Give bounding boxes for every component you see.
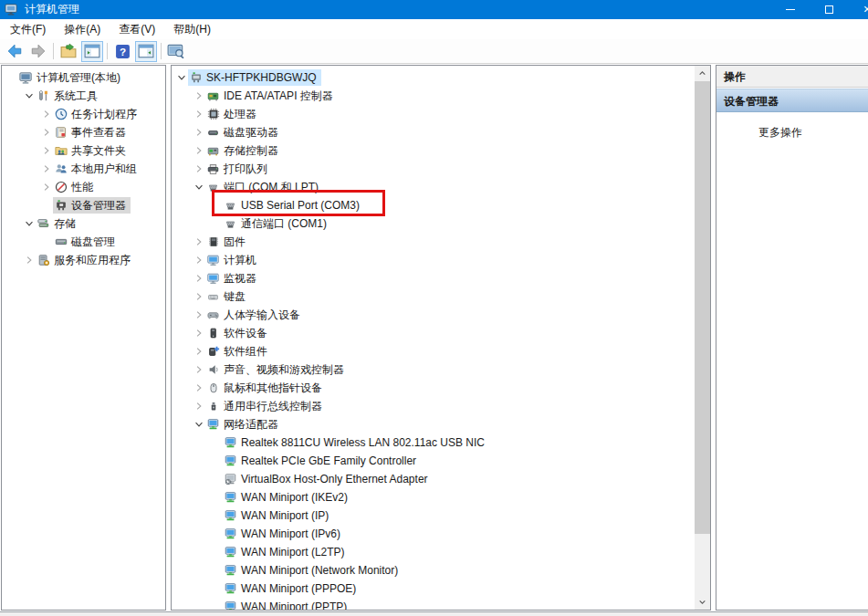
device-tree-item[interactable]: WAN Miniport (L2TP) bbox=[223, 544, 350, 560]
menu-action[interactable]: 操作(A) bbox=[55, 19, 110, 40]
device-tree-row[interactable]: 处理器 bbox=[172, 105, 710, 123]
chevron-down-icon[interactable] bbox=[193, 181, 205, 193]
device-tree-row[interactable]: 软件组件 bbox=[172, 342, 710, 360]
chevron-right-icon[interactable] bbox=[193, 126, 205, 139]
device-tree-row[interactable]: WAN Miniport (IKEv2) bbox=[172, 488, 710, 506]
vertical-scrollbar[interactable] bbox=[695, 66, 710, 610]
new-window-button[interactable] bbox=[165, 41, 187, 62]
chevron-down-icon[interactable] bbox=[175, 71, 188, 84]
device-tree-item[interactable]: WAN Miniport (PPTP) bbox=[223, 599, 351, 611]
device-tree-row[interactable]: 磁盘驱动器 bbox=[172, 123, 710, 141]
console-tree-item[interactable]: 服务和应用程序 bbox=[36, 252, 135, 268]
forward-arrow-button[interactable] bbox=[27, 41, 49, 62]
device-tree-row[interactable]: IDE ATA/ATAPI 控制器 bbox=[172, 87, 710, 105]
device-tree-item[interactable]: VirtualBox Host-Only Ethernet Adapter bbox=[223, 471, 433, 487]
device-tree-row[interactable]: Realtek 8811CU Wireless LAN 802.11ac USB… bbox=[172, 433, 710, 452]
chevron-down-icon[interactable] bbox=[193, 418, 205, 431]
console-tree-item[interactable]: 共享文件夹 bbox=[53, 142, 131, 159]
device-tree-row[interactable]: 通信端口 (COM1) bbox=[172, 214, 710, 233]
help-button[interactable]: ? bbox=[111, 41, 133, 62]
device-tree-row[interactable]: 键盘 bbox=[172, 287, 710, 306]
device-tree-item[interactable]: 键盘 bbox=[205, 288, 250, 305]
close-button[interactable]: ✕ bbox=[849, 0, 868, 19]
chevron-right-icon[interactable] bbox=[193, 381, 205, 394]
console-tree-item[interactable]: 本地用户和组 bbox=[53, 161, 141, 177]
device-tree-row[interactable]: WAN Miniport (IP) bbox=[172, 506, 710, 525]
menu-file[interactable]: 文件(F) bbox=[1, 19, 55, 40]
device-tree-row[interactable]: 打印队列 bbox=[172, 160, 710, 178]
device-tree-item[interactable]: WAN Miniport (IP) bbox=[223, 507, 333, 524]
menu-view[interactable]: 查看(V) bbox=[110, 19, 164, 40]
chevron-right-icon[interactable] bbox=[40, 126, 53, 139]
device-tree-item[interactable]: 人体学输入设备 bbox=[205, 307, 305, 323]
device-tree-item[interactable]: 磁盘驱动器 bbox=[205, 124, 283, 141]
device-tree-row[interactable]: 固件 bbox=[172, 233, 710, 251]
console-tree-item[interactable]: 磁盘管理 bbox=[53, 234, 120, 250]
console-tree-item[interactable]: 存储 bbox=[36, 215, 80, 232]
device-tree-item[interactable]: 鼠标和其他指针设备 bbox=[205, 380, 327, 396]
device-tree-item[interactable]: WAN Miniport (IKEv2) bbox=[223, 489, 352, 506]
device-tree-item[interactable]: 通用串行总线控制器 bbox=[205, 398, 327, 414]
chevron-down-icon[interactable] bbox=[23, 217, 36, 230]
chevron-right-icon[interactable] bbox=[40, 144, 53, 157]
device-tree-item[interactable]: 软件组件 bbox=[205, 343, 272, 360]
console-tree-item[interactable]: 任务计划程序 bbox=[53, 106, 141, 122]
console-tree-row[interactable]: 磁盘管理 bbox=[2, 233, 165, 251]
console-tree-item[interactable]: 事件查看器 bbox=[53, 124, 131, 141]
chevron-right-icon[interactable] bbox=[193, 345, 205, 358]
device-tree-item[interactable]: 网络适配器 bbox=[205, 416, 283, 433]
chevron-right-icon[interactable] bbox=[193, 89, 205, 102]
scroll-up-button[interactable] bbox=[695, 66, 710, 81]
device-tree-item[interactable]: 打印队列 bbox=[205, 161, 272, 177]
device-tree-item[interactable]: 通信端口 (COM1) bbox=[223, 215, 331, 232]
device-tree-item[interactable]: 端口 (COM 和 LPT) bbox=[205, 179, 323, 195]
device-tree-row[interactable]: WAN Miniport (PPTP) bbox=[172, 598, 710, 611]
chevron-right-icon[interactable] bbox=[193, 290, 205, 303]
menu-help[interactable]: 帮助(H) bbox=[164, 19, 220, 40]
chevron-right-icon[interactable] bbox=[193, 235, 205, 248]
device-tree-row[interactable]: 端口 (COM 和 LPT) bbox=[172, 178, 710, 196]
console-tree-row[interactable]: 计算机管理(本地) bbox=[2, 68, 165, 87]
chevron-down-icon[interactable] bbox=[23, 89, 36, 102]
console-tree-item[interactable]: 性能 bbox=[53, 179, 98, 195]
device-tree-item[interactable]: Realtek PCIe GbE Family Controller bbox=[223, 453, 421, 469]
console-tree-row[interactable]: 性能 bbox=[2, 178, 165, 196]
console-tree-row[interactable]: 共享文件夹 bbox=[2, 141, 165, 160]
device-tree-item[interactable]: 计算机 bbox=[205, 252, 261, 268]
chevron-right-icon[interactable] bbox=[193, 254, 205, 266]
scroll-down-button[interactable] bbox=[695, 594, 710, 610]
device-tree-row[interactable]: 软件设备 bbox=[172, 324, 710, 342]
show-action-pane-button[interactable] bbox=[135, 41, 157, 62]
device-tree-row[interactable]: 计算机 bbox=[172, 251, 710, 269]
device-tree-item[interactable]: 软件设备 bbox=[205, 325, 272, 341]
chevron-right-icon[interactable] bbox=[193, 308, 205, 321]
console-tree-row[interactable]: 事件查看器 bbox=[2, 123, 165, 141]
chevron-right-icon[interactable] bbox=[193, 272, 205, 285]
chevron-right-icon[interactable] bbox=[193, 327, 205, 339]
device-tree-item[interactable]: WAN Miniport (Network Monitor) bbox=[223, 562, 403, 579]
device-tree-row[interactable]: WAN Miniport (IPv6) bbox=[172, 525, 710, 543]
device-tree-row[interactable]: 监视器 bbox=[172, 269, 710, 287]
chevron-right-icon[interactable] bbox=[193, 162, 205, 175]
device-tree-row[interactable]: SK-HFTPKHDBGWJQ bbox=[172, 68, 710, 87]
device-tree-item[interactable]: Realtek 8811CU Wireless LAN 802.11ac USB… bbox=[223, 434, 489, 451]
console-tree-row[interactable]: 服务和应用程序 bbox=[2, 251, 165, 269]
maximize-button[interactable] bbox=[810, 0, 847, 19]
device-tree-item[interactable]: IDE ATA/ATAPI 控制器 bbox=[205, 88, 338, 104]
chevron-right-icon[interactable] bbox=[193, 144, 205, 157]
device-tree-row[interactable]: WAN Miniport (PPPOE) bbox=[172, 579, 710, 598]
device-tree-item[interactable]: SK-HFTPKHDBGWJQ bbox=[188, 69, 321, 86]
scrollbar-thumb[interactable] bbox=[695, 81, 710, 534]
chevron-right-icon[interactable] bbox=[40, 181, 53, 193]
device-tree-item[interactable]: 声音、视频和游戏控制器 bbox=[205, 361, 349, 378]
back-arrow-button[interactable] bbox=[4, 41, 26, 62]
more-actions-button[interactable]: 更多操作 bbox=[758, 125, 868, 141]
chevron-right-icon[interactable] bbox=[23, 254, 36, 266]
chevron-right-icon[interactable] bbox=[193, 400, 205, 412]
console-tree-item[interactable]: 计算机管理(本地) bbox=[18, 69, 125, 86]
device-tree-item[interactable]: 固件 bbox=[205, 234, 250, 250]
chevron-right-icon[interactable] bbox=[193, 108, 205, 120]
device-tree-row[interactable]: USB Serial Port (COM3) bbox=[172, 196, 710, 214]
device-tree-row[interactable]: WAN Miniport (Network Monitor) bbox=[172, 561, 710, 579]
device-tree-item[interactable]: WAN Miniport (IPv6) bbox=[223, 526, 345, 542]
